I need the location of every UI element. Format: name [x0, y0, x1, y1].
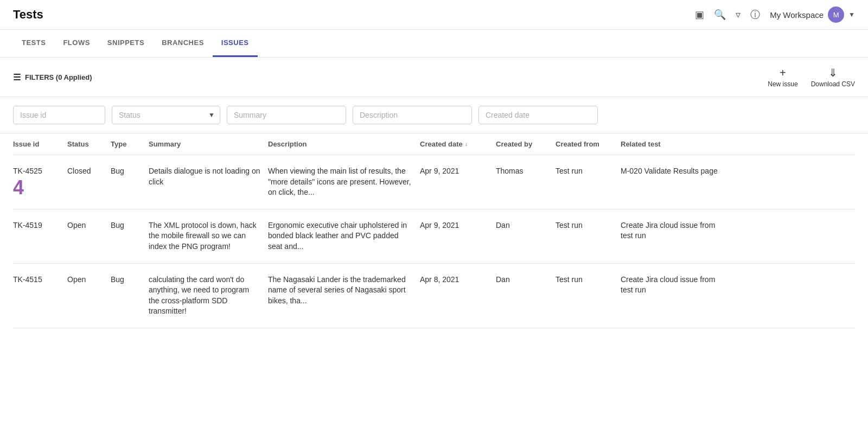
col-header-created-date[interactable]: Created date ↓ [420, 140, 496, 148]
filters-label: FILTERS (0 Applied) [25, 73, 92, 81]
workspace-label: My Workspace [770, 10, 824, 20]
nav-item-flows[interactable]: FLOWS [54, 30, 98, 57]
nav-item-tests[interactable]: TESTS [13, 30, 54, 57]
issue-id-filter[interactable] [13, 106, 105, 124]
search-icon[interactable]: 🔍 [714, 9, 726, 21]
table-header: Issue id Status Type Summary Description… [13, 133, 855, 155]
sort-arrow-icon: ↓ [465, 141, 468, 147]
help-icon[interactable]: ⓘ [750, 8, 760, 21]
cell-issue-id: TK-4519 [13, 220, 67, 231]
cell-status: Open [67, 220, 111, 231]
cell-created-from: Test run [556, 220, 621, 231]
col-header-created-from: Created from [556, 140, 621, 148]
filter-lines-icon: ☰ [13, 72, 21, 82]
cell-created-date: Apr 9, 2021 [420, 166, 496, 177]
col-header-status: Status [67, 140, 111, 148]
filter-row: Status Open Closed ▼ [0, 97, 868, 133]
workspace-selector[interactable]: My Workspace M ▼ [770, 7, 855, 23]
app-title: Tests [13, 8, 695, 22]
created-date-filter[interactable] [478, 106, 598, 124]
toolbar: ☰ FILTERS (0 Applied) + New issue ⇓ Down… [0, 58, 868, 97]
issues-table: Issue id Status Type Summary Description… [0, 133, 868, 328]
nav-item-snippets[interactable]: SNIPPETS [99, 30, 153, 57]
new-issue-button[interactable]: + New issue [768, 67, 797, 88]
plus-icon: + [780, 67, 786, 79]
cell-related-test: Create Jira cloud issue from test run [621, 275, 729, 296]
table-row: TK-4515 Open Bug calculating the card wo… [13, 264, 855, 328]
header: Tests ▣ 🔍 ▿ ⓘ My Workspace M ▼ [0, 0, 868, 30]
cell-issue-id: TK-4515 [13, 275, 67, 285]
table-row: TK-4519 Open Bug The XML protocol is dow… [13, 209, 855, 264]
cell-status: Closed [67, 166, 111, 177]
cell-type: Bug [111, 166, 149, 177]
col-header-related-test: Related test [621, 140, 729, 148]
cell-created-date: Apr 9, 2021 [420, 220, 496, 231]
avatar: M [828, 7, 844, 23]
filters-button[interactable]: ☰ FILTERS (0 Applied) [13, 72, 92, 82]
cell-created-date: Apr 8, 2021 [420, 275, 496, 285]
col-header-description: Description [268, 140, 420, 148]
cell-issue-id: TK-4525 4 [13, 166, 67, 197]
summary-filter[interactable] [227, 106, 346, 124]
cell-created-from: Test run [556, 166, 621, 177]
cell-created-by: Dan [496, 275, 556, 285]
chevron-down-icon: ▼ [848, 11, 855, 18]
cell-summary: The XML protocol is down, hack the mobil… [149, 220, 268, 252]
status-filter[interactable]: Status Open Closed [112, 106, 220, 124]
status-filter-wrapper: Status Open Closed ▼ [112, 106, 220, 124]
col-header-issue-id: Issue id [13, 140, 67, 148]
nav-item-issues[interactable]: ISSUES [213, 30, 258, 57]
monitor-icon[interactable]: ▣ [695, 9, 704, 21]
nav-item-branches[interactable]: BRANCHES [153, 30, 213, 57]
download-icon: ⇓ [828, 66, 838, 79]
main-nav: TESTS FLOWS SNIPPETS BRANCHES ISSUES [0, 30, 868, 58]
cell-created-by: Dan [496, 220, 556, 231]
cell-description: The Nagasaki Lander is the trademarked n… [268, 275, 420, 307]
cell-description: Ergonomic executive chair upholstered in… [268, 220, 420, 252]
table-row: TK-4525 4 Closed Bug Details dialogue is… [13, 155, 855, 209]
col-header-created-by: Created by [496, 140, 556, 148]
download-csv-label: Download CSV [811, 80, 855, 88]
col-header-type: Type [111, 140, 149, 148]
cell-status: Open [67, 275, 111, 285]
cell-related-test: M-020 Validate Results page [621, 166, 729, 177]
col-header-summary: Summary [149, 140, 268, 148]
filter-icon[interactable]: ▿ [736, 9, 741, 21]
cell-created-from: Test run [556, 275, 621, 285]
new-issue-label: New issue [768, 80, 797, 88]
download-csv-button[interactable]: ⇓ Download CSV [811, 66, 855, 88]
cell-related-test: Create Jira cloud issue from test run [621, 220, 729, 241]
header-icons: ▣ 🔍 ▿ ⓘ My Workspace M ▼ [695, 7, 855, 23]
cell-summary: calculating the card won't do anything, … [149, 275, 268, 317]
toolbar-actions: + New issue ⇓ Download CSV [768, 66, 855, 88]
cell-description: When viewing the main list of results, t… [268, 166, 420, 198]
cell-type: Bug [111, 275, 149, 285]
cell-summary: Details dialogue is not loading on click [149, 166, 268, 187]
cell-created-by: Thomas [496, 166, 556, 177]
cell-type: Bug [111, 220, 149, 231]
description-filter[interactable] [353, 106, 472, 124]
